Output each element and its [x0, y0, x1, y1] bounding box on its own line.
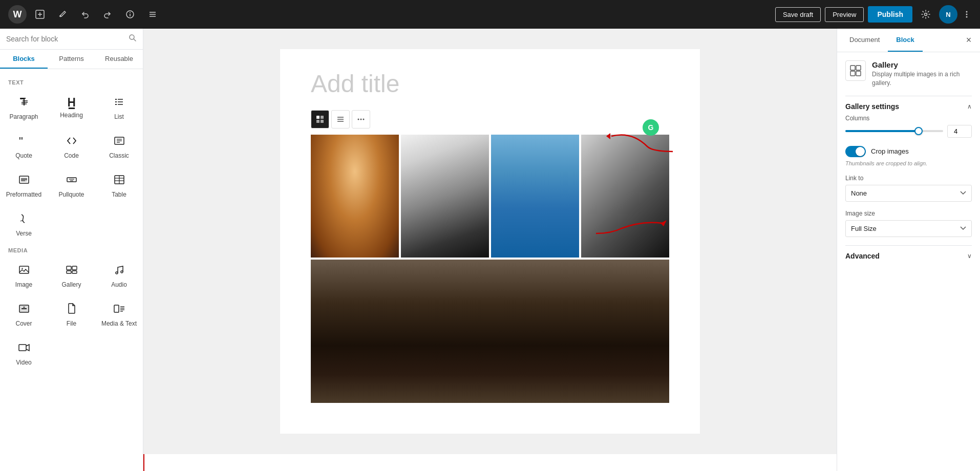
publish-button[interactable]: Publish [868, 6, 912, 23]
post-editor: Add title [280, 49, 700, 434]
block-item-image[interactable]: Image [1, 256, 47, 293]
gallery-more-button[interactable] [352, 110, 370, 129]
advanced-section[interactable]: Advanced ∨ [845, 245, 972, 266]
gallery-image-wide[interactable] [311, 260, 669, 403]
block-item-cover[interactable]: Cover [1, 295, 47, 332]
block-label-pullquote: Pullquote [58, 191, 84, 198]
block-item-pullquote[interactable]: Pullquote [49, 166, 94, 203]
gallery-block-toolbar [311, 110, 669, 129]
columns-slider-track[interactable] [845, 127, 943, 135]
right-panel-tab-bar: Document Block × [837, 29, 980, 52]
info-button[interactable] [121, 5, 139, 24]
gallery-settings-title: Gallery settings [845, 102, 899, 111]
pullquote-icon [66, 174, 78, 188]
sidebar-tab-bar: Blocks Patterns Reusable [0, 50, 143, 69]
block-item-verse[interactable]: Verse [1, 205, 47, 242]
link-to-select[interactable]: None Media File Attachment Page [845, 185, 972, 202]
svg-rect-53 [114, 305, 119, 312]
block-item-media-text[interactable]: Media & Text [96, 295, 142, 332]
tab-document[interactable]: Document [841, 29, 888, 52]
gallery-view-button[interactable] [311, 110, 329, 129]
block-item-table[interactable]: Table [96, 166, 142, 203]
gallery-image-1[interactable] [311, 135, 399, 258]
svg-line-14 [134, 39, 136, 41]
svg-rect-62 [321, 120, 324, 123]
svg-point-67 [360, 119, 362, 120]
post-title-input[interactable]: Add title [311, 70, 669, 98]
svg-rect-34 [67, 178, 76, 182]
svg-rect-73 [850, 71, 855, 76]
block-label-paragraph: Paragraph [9, 113, 38, 120]
settings-button[interactable] [917, 5, 935, 24]
block-item-video[interactable]: Video [1, 334, 47, 371]
svg-point-66 [358, 119, 359, 120]
list-view-button[interactable] [143, 5, 162, 24]
image-size-label: Image size [845, 210, 972, 217]
block-item-preformatted[interactable]: Preformatted [1, 166, 47, 203]
crop-images-label: Crop images [871, 147, 909, 155]
cover-icon [18, 303, 30, 317]
preview-button[interactable]: Preview [825, 7, 864, 22]
svg-point-47 [116, 272, 118, 274]
topbar: W Save draft Preview Publish N [0, 0, 980, 29]
gallery-settings-chevron: ∧ [967, 103, 972, 110]
add-block-button[interactable] [31, 5, 49, 24]
edit-button[interactable] [53, 5, 72, 24]
svg-rect-71 [850, 66, 855, 70]
columns-value-input[interactable] [947, 125, 972, 138]
tab-block[interactable]: Block [888, 29, 922, 52]
file-icon [66, 303, 78, 317]
gallery-image-2[interactable] [401, 135, 489, 258]
block-item-code[interactable]: Code [49, 127, 94, 164]
gallery-image-3[interactable] [491, 135, 579, 258]
tab-reusable[interactable]: Reusable [95, 50, 143, 69]
block-item-list[interactable]: List [96, 89, 142, 125]
save-draft-button[interactable]: Save draft [775, 7, 821, 22]
block-item-quote[interactable]: " Quote [1, 127, 47, 164]
verse-icon [18, 212, 30, 227]
redo-button[interactable] [98, 5, 117, 24]
preformatted-icon [18, 174, 30, 188]
svg-point-12 [966, 16, 968, 18]
block-info-text: Gallery Display multiple images in a ric… [872, 60, 972, 88]
block-label-code: Code [64, 152, 79, 159]
columns-slider-row [845, 125, 972, 138]
image-size-field: Image size Thumbnail Medium Large Full S… [845, 210, 972, 237]
tab-patterns[interactable]: Patterns [48, 50, 95, 69]
gallery-settings-header[interactable]: Gallery settings ∧ [845, 96, 972, 115]
more-options-button[interactable] [962, 9, 972, 19]
canvas-wrapper: Add title [143, 29, 837, 471]
undo-button[interactable] [76, 5, 94, 24]
block-item-gallery[interactable]: Gallery [49, 256, 94, 293]
block-item-audio[interactable]: Audio [96, 256, 142, 293]
link-to-label: Link to [845, 175, 972, 182]
search-input[interactable] [6, 35, 124, 43]
tab-blocks[interactable]: Blocks [0, 50, 48, 69]
block-item-file[interactable]: File [49, 295, 94, 332]
text-blocks-grid: Paragraph H̲ Heading List " Quote [0, 88, 143, 243]
block-item-paragraph[interactable]: Paragraph [1, 89, 47, 125]
block-item-heading[interactable]: H̲ Heading [49, 89, 94, 125]
svg-rect-61 [316, 120, 319, 123]
media-section-label: MEDIA [0, 243, 143, 255]
sidebar-blocks-list: TEXT Paragraph H̲ Heading List [0, 69, 143, 471]
paragraph-icon [18, 96, 30, 110]
svg-rect-22 [115, 101, 117, 102]
image-size-select[interactable]: Thumbnail Medium Large Full Size [845, 220, 972, 237]
gallery-image-4[interactable] [581, 135, 669, 258]
gallery-layout-button[interactable] [331, 110, 350, 129]
block-label-file: File [67, 320, 76, 327]
block-label-classic: Classic [109, 152, 129, 159]
svg-point-9 [925, 13, 927, 16]
list-icon [113, 96, 125, 110]
user-avatar[interactable]: N [939, 5, 957, 24]
heading-icon: H̲ [67, 97, 76, 109]
crop-images-toggle[interactable] [845, 146, 866, 157]
svg-point-10 [966, 11, 968, 13]
wp-logo[interactable]: W [8, 5, 27, 24]
close-panel-button[interactable]: × [962, 33, 976, 48]
block-label-cover: Cover [15, 320, 32, 327]
svg-point-11 [966, 14, 968, 15]
svg-point-5 [130, 12, 131, 13]
block-item-classic[interactable]: Classic [96, 127, 142, 164]
